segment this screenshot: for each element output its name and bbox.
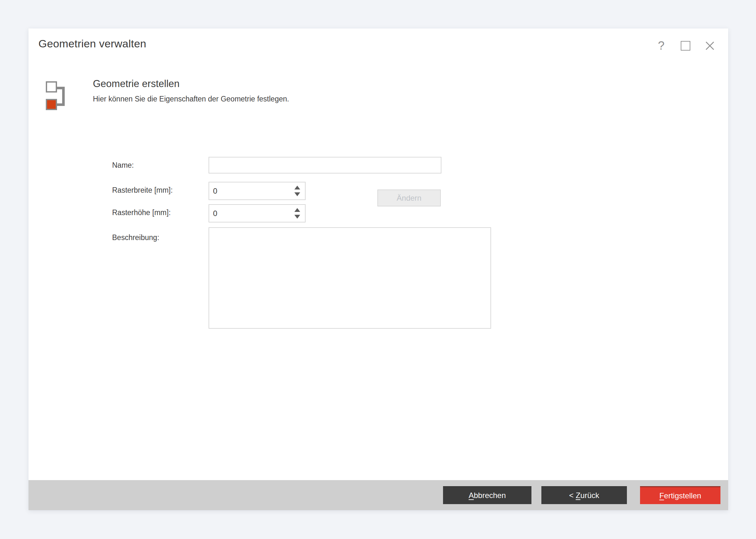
raster-width-spin-down-button[interactable] [293,193,302,196]
back-label-rest: urück [581,491,599,500]
step-title: Geometrie erstellen [93,77,180,91]
back-button[interactable]: < Zurück [541,486,627,504]
raster-height-spinner [290,205,305,222]
help-button[interactable]: ? [654,39,668,53]
raster-width-spinner [290,183,305,199]
description-textarea[interactable] [209,227,491,329]
geometry-step-icon [46,81,68,111]
name-input[interactable] [209,157,441,174]
name-label: Name: [112,160,134,170]
step-description: Hier können Sie die Eigenschaften der Ge… [93,94,289,104]
finish-label-rest: ertigstellen [664,491,701,500]
geometry-wizard-dialog: Geometrien verwalten ? Geometrie erstell… [29,29,728,510]
raster-height-input[interactable] [209,205,290,222]
raster-width-field [209,182,306,200]
close-icon [705,40,715,51]
help-icon: ? [658,39,665,52]
cancel-label-rest: bbrechen [474,491,506,500]
window-title: Geometrien verwalten [39,36,146,51]
raster-height-field [209,204,306,222]
raster-height-label: Rasterhöhe [mm]: [112,208,171,217]
maximize-button[interactable] [679,39,692,53]
description-label: Beschreibung: [112,233,159,242]
raster-width-spin-up-button[interactable] [293,186,302,190]
finish-accesskey: F [659,491,664,500]
finish-button[interactable]: Fertigstellen [640,486,720,504]
arrow-up-icon [294,208,300,212]
raster-width-input[interactable] [209,183,290,199]
cancel-button[interactable]: Abbrechen [443,486,531,504]
arrow-down-icon [294,193,300,196]
raster-height-spin-down-button[interactable] [293,215,302,219]
close-button[interactable] [703,39,716,53]
window-controls: ? [654,39,716,53]
back-accesskey: Z [576,491,581,500]
arrow-down-icon [294,215,300,219]
change-button[interactable]: Ändern [377,190,441,206]
maximize-icon [681,41,690,50]
arrow-up-icon [294,186,300,190]
raster-width-label: Rasterbreite [mm]: [112,185,173,195]
back-prefix: < [569,491,576,500]
raster-height-spin-up-button[interactable] [293,208,302,212]
cancel-accesskey: A [469,491,474,500]
footer-bar: Abbrechen < Zurück Fertigstellen [29,480,728,510]
